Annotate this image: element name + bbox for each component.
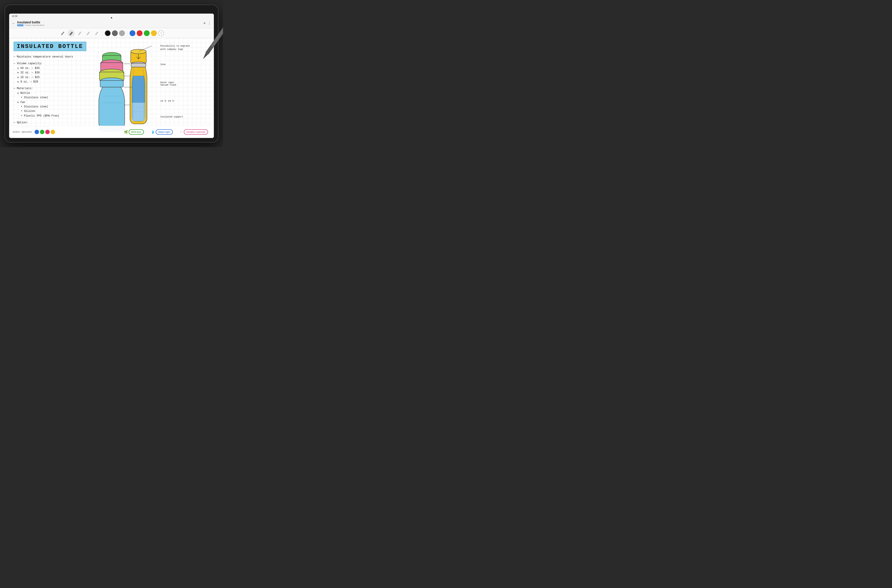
heart-icon: ♡ [180,130,183,134]
color-add-button[interactable]: + [158,30,164,36]
color-light-gray[interactable] [119,30,125,36]
annotation-insulated: Insulated support [160,116,209,118]
badge-area-healthy: ♡ Healthy materials [178,128,210,135]
line-bottle-steel: • Stainless steel [21,95,98,100]
annotation-outer-case: Outer caseVacuum flask [160,81,209,86]
color-red[interactable] [137,30,143,36]
section-temperature: — Maintains temperature several hours [14,55,98,59]
subtitle-text: Product Specifications [24,24,44,26]
title-block: Insulated bottle EN-US Product Specifica… [17,21,201,26]
line-materials-header: — Materials: [14,86,98,91]
svg-rect-38 [206,45,213,55]
water-drop-icon: 💧 [151,130,155,134]
annotation-hours: 12 h 24 h [160,100,209,102]
pen-tool-2[interactable] [68,30,75,37]
time-display: 12:34 [12,15,17,17]
volume-down-button[interactable] [4,41,5,48]
menu-button[interactable]: ⋮ [207,21,211,26]
top-bar-actions: + ⋮ [203,21,211,26]
hour-12: 12 h [160,100,166,102]
color-options-label: Color options [13,130,32,133]
tablet-device: 12:34 ← Insulated bottle EN-US Product S… [5,4,219,142]
document-subtitle: EN-US Product Specifications [17,24,201,26]
color-blue[interactable] [129,30,135,36]
volume-up-button[interactable] [4,32,5,39]
hour-24: 24 h [168,100,174,102]
bpa-free-badge: BPA-free [129,129,144,135]
bpa-free-label: BPA-free [131,130,141,133]
color-option-green[interactable] [40,130,44,134]
pen-tool-3[interactable] [76,30,83,37]
line-1: — Maintains temperature several hours [14,55,98,59]
plant-icon: 🌿 [124,130,128,134]
healthy-materials-label: Healthy materials [186,130,206,133]
section-materials: — Materials: ★ Bottle • Stainless steel … [14,86,98,118]
line-volume-header: — Volume capacity: [14,61,98,66]
add-button[interactable]: + [203,21,206,26]
line-16oz: ★ 16 oz. — $25 [17,75,98,80]
front-camera [111,17,112,18]
line-can: ★ Can [17,100,98,105]
color-options-dots [35,130,55,134]
pen-tool-4[interactable] [84,30,92,37]
bottom-bar: Color options 🌿 BPA-free � [9,126,214,138]
document-title: Insulated bottle [17,21,201,24]
svg-rect-16 [131,63,146,68]
svg-line-0 [72,32,72,33]
left-column: INSULATED BOTTLE — Maintains temperature… [14,42,98,132]
color-green[interactable] [144,30,150,36]
note-body: — Maintains temperature several hours — … [14,55,98,129]
line-can-steel: • Stainless steel [21,105,98,109]
language-badge: EN-US [17,24,23,26]
annotation-engrave: Possibility to engravewith company logo [160,44,209,51]
line-option-header: — Option: [14,120,98,125]
pen-tool-5[interactable] [93,30,100,37]
tablet-screen: 12:34 ← Insulated bottle EN-US Product S… [9,14,214,138]
line-32oz: ★ 32 oz. — $30 [17,70,98,75]
badge-area-bpa: 🌿 BPA-free [122,128,146,135]
line-can-silicon: • Silicon [21,109,98,114]
section-volume: — Volume capacity: ★ 64 oz. — $35 ★ 32 o… [14,61,98,84]
line-8oz: ★ 8 oz. — $20 [17,80,98,84]
bottle-svg [89,43,152,138]
drawing-toolbar: + [9,28,214,38]
color-option-pink[interactable] [45,130,50,134]
svg-rect-8 [100,81,123,87]
water-tight-badge: Water-tight [156,129,173,135]
top-bar: ← Insulated bottle EN-US Product Specifi… [9,18,214,28]
line-64oz: ★ 64 oz. — $35 [17,66,98,70]
line-bottle: ★ Bottle [17,91,98,95]
back-button[interactable]: ← [12,21,15,26]
color-option-blue[interactable] [35,130,39,134]
badge-area-water: 💧 Water-tight [149,128,175,135]
color-dark-gray[interactable] [112,30,118,36]
bottle-illustrations [89,43,152,138]
color-yellow[interactable] [151,30,157,36]
color-black[interactable] [105,30,111,36]
note-title: INSULATED BOTTLE [14,42,86,51]
svg-rect-17 [132,103,145,121]
content-area: INSULATED BOTTLE — Maintains temperature… [9,38,214,138]
color-option-yellow[interactable] [51,130,55,134]
pen-tool-1[interactable] [59,30,66,37]
water-tight-label: Water-tight [158,130,170,133]
healthy-materials-badge: Healthy materials [184,129,208,135]
line-can-plastic: • Plastic PP5 (BPA-free) [21,114,98,118]
